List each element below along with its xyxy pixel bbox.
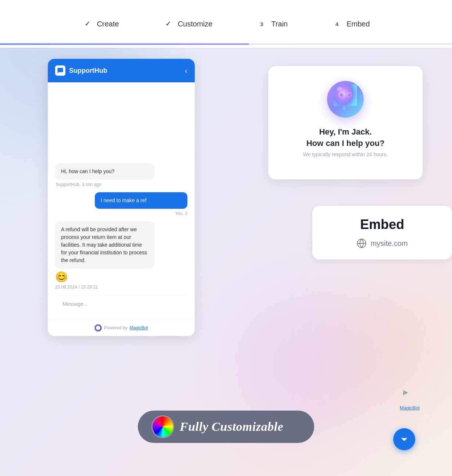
step-train: 3 Train [257,19,288,29]
step-customize-icon: ✓ [163,19,173,29]
down-arrow-button[interactable] [393,428,415,450]
msg-received-2: A refund will be provided after we proce… [55,221,154,269]
progress-bar-container [0,43,452,45]
chat-logo-icon [55,65,65,76]
footer-logo-icon [96,325,101,330]
step-customize: ✓ Customize [163,19,212,29]
embed-url-text: mysite.com [370,239,408,248]
step-embed: 4 Embed [332,19,370,29]
step-create-icon: ✓ [82,19,93,29]
chat-footer-link[interactable]: MagicBot [130,325,148,330]
msg-sent-1: I need to make a ref [95,192,187,209]
embed-section: Embed mysite.com [312,206,452,260]
msg-sent-meta-1: You, 3 [55,211,187,216]
chat-footer-logo [94,324,102,332]
step-train-label: Train [271,20,288,28]
chat-header-left: SupportHub [55,65,107,76]
msg-received-1: Hi, how can I help you? [55,163,154,180]
send-button[interactable]: ▶ [399,386,412,399]
chat-back-button[interactable]: ‹ [185,67,187,75]
bottom-magicbot-link[interactable]: MagicBot [400,405,420,411]
svg-point-2 [340,93,343,97]
bot-subtext: We typically respond within 24 hours. [279,151,412,157]
bot-greeting: Hey, I'm Jack. How can I help you? [279,126,412,149]
embed-url-row: mysite.com [323,238,441,248]
svg-point-0 [96,326,100,330]
chat-header: SupportHub ‹ [48,59,195,82]
bot-intro-card: Hey, I'm Jack. How can I help you? We ty… [268,66,423,179]
step-embed-icon: 4 [332,19,342,29]
step-create-label: Create [97,20,119,28]
bot-greeting-line2: How can I help you? [306,139,385,148]
embed-title: Embed [323,217,441,232]
msg-timestamp: 20.08.2024 / 15:29:21 [55,284,187,290]
chat-widget: SupportHub ‹ Hi, how can I help you? Sup… [48,59,195,336]
chat-footer-text: Powered by [104,325,127,330]
step-create: ✓ Create [82,19,119,29]
chat-brand-name: SupportHub [69,67,107,75]
chat-input-area[interactable]: Message... [55,296,187,312]
chevron-down-icon [400,435,409,444]
bot-greeting-line1: Hey, I'm Jack. [319,127,372,136]
svg-point-4 [348,93,351,97]
chat-body: Hi, how can I help you? SupportHub, 3 mi… [48,82,195,319]
stepper: ✓ Create ✓ Customize 3 Train 4 Embed [0,0,452,48]
step-embed-label: Embed [347,20,370,28]
bottom-magicbot-label: MagicBot [400,405,420,411]
step-train-icon: 3 [257,19,267,29]
customizable-pill: Fully Customizable [138,411,314,443]
customizable-text: Fully Customizable [180,420,283,434]
bot-avatar [327,81,364,118]
chat-spacer [55,90,187,163]
globe-icon [356,238,367,248]
bot-avatar-bubble [329,83,362,116]
progress-bar-fill [0,43,249,45]
chat-logo-svg [57,67,64,74]
step-customize-label: Customize [178,20,212,28]
emoji-reaction: 😊 [55,271,187,283]
send-area: ▶ [399,386,412,399]
chat-footer: Powered by MagicBot [48,319,195,336]
color-wheel-icon [153,416,173,437]
msg-meta-1: SupportHub, 3 min ago [55,182,187,187]
